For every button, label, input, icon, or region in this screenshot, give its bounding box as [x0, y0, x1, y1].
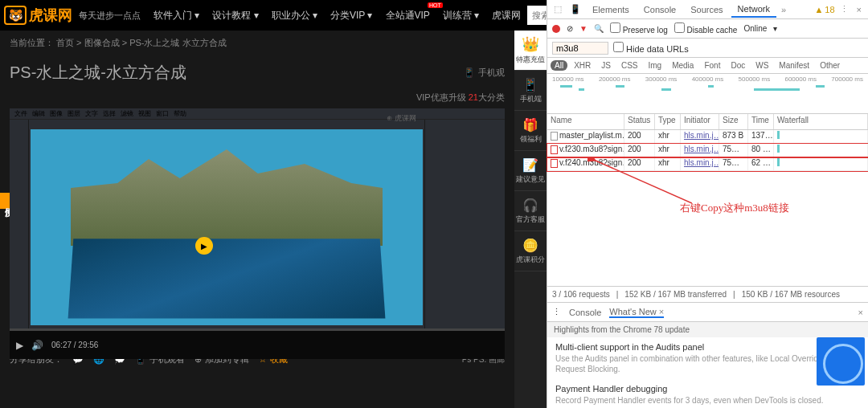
timeline-overview[interactable]: 100000 ms 200000 ms 300000 ms 400000 ms …: [547, 74, 868, 114]
more-tabs-icon[interactable]: »: [778, 5, 789, 14]
type-js[interactable]: JS: [597, 60, 615, 71]
logo-icon: 🐯: [4, 6, 27, 25]
record-icon[interactable]: [552, 25, 560, 33]
whatsnew-graphic: [817, 337, 865, 386]
throttle-select[interactable]: Online: [743, 24, 767, 33]
water-cube-graphic: [68, 239, 386, 318]
network-footer: 3 / 106 requests | 152 KB / 167 MB trans…: [547, 286, 868, 302]
island-graphic: [71, 149, 383, 246]
drawer-menu-icon[interactable]: ⋮: [552, 307, 561, 317]
devtools-drawer: ⋮ Console What's New × × Highlights from…: [547, 302, 868, 408]
site-logo[interactable]: 🐯 虎课网: [4, 6, 72, 25]
filter-icon[interactable]: ▼: [579, 24, 588, 33]
type-xhr[interactable]: XHR: [570, 60, 595, 71]
devtools-tabs: ⬚ 📱 Elements Console Sources Network » ▲…: [547, 0, 868, 19]
reward-btn[interactable]: 🎁领福利: [514, 111, 547, 151]
type-ws[interactable]: WS: [751, 60, 772, 71]
annotation-text: 右键Copy这种m3u8链接: [680, 201, 789, 215]
disable-cache-checkbox[interactable]: Disable cache: [674, 22, 738, 35]
ps-menubar: 文件编辑图像图层文字选择滤镜视图窗口帮助: [10, 108, 505, 120]
search-net-icon[interactable]: 🔍: [594, 24, 604, 33]
nav-allvip[interactable]: 全站通VIP: [379, 9, 436, 22]
tab-network[interactable]: Network: [731, 2, 776, 18]
watermark: ⊕ 虎课网: [387, 113, 416, 124]
tab-elements[interactable]: Elements: [586, 2, 636, 17]
main-content: 当前位置： 首页 > 图像合成 > PS-水上之城 水立方合成 PS-水上之城-…: [0, 31, 514, 408]
nav-office[interactable]: 职业办公 ▾: [265, 9, 324, 22]
settings-icon[interactable]: ⋮: [837, 4, 852, 14]
file-icon: [551, 159, 558, 168]
video-controls: ▶ 🔊 06:27 / 29:56: [10, 331, 505, 359]
inspect-icon[interactable]: ⬚: [551, 4, 565, 14]
ps-toolbar: [10, 120, 29, 328]
phone-watch-link[interactable]: 📱 手机观: [464, 67, 505, 79]
nav-design[interactable]: 设计教程 ▾: [206, 9, 264, 22]
clear-icon[interactable]: ⊘: [567, 24, 573, 33]
type-css[interactable]: CSS: [617, 60, 642, 71]
action-sidebar: 👑 特惠充值 📱手机端 🎁领福利 📝建议意见 🎧官方客服 🪙虎课积分: [514, 31, 547, 408]
type-doc[interactable]: Doc: [727, 60, 749, 71]
type-filters: All XHR JS CSS Img Media Font Doc WS Man…: [547, 58, 868, 74]
phone-watch-label: 手机观: [478, 67, 505, 79]
network-toolbar: ⊘ ▼ 🔍 Preserve log Disable cache Online …: [547, 19, 868, 39]
suggest-btn[interactable]: 📝建议意见: [514, 151, 547, 191]
file-icon: [551, 132, 558, 141]
tab-sources[interactable]: Sources: [684, 2, 729, 17]
warning-badge[interactable]: ▲ 18: [814, 5, 834, 14]
points-btn[interactable]: 🪙虎课积分: [514, 231, 547, 271]
file-icon: [551, 145, 558, 154]
play-icon[interactable]: ▶: [16, 340, 23, 351]
device-icon[interactable]: 📱: [567, 4, 584, 14]
preserve-log-checkbox[interactable]: Preserve log: [610, 22, 668, 35]
gift-icon: 🎁: [522, 117, 538, 133]
devtools-panel: ⬚ 📱 Elements Console Sources Network » ▲…: [547, 0, 868, 408]
edit-icon: 📝: [522, 157, 538, 173]
nav-vip[interactable]: 分类VIP ▾: [324, 9, 379, 22]
network-row[interactable]: v.f230.m3u8?sign… 200 xhr hls.min.j… 75……: [547, 144, 868, 157]
nav-huke[interactable]: 虎课网: [485, 9, 527, 22]
filter-input[interactable]: [552, 42, 608, 55]
type-img[interactable]: Img: [644, 60, 665, 71]
hide-urls-checkbox[interactable]: Hide data URLs: [613, 42, 689, 54]
filter-row: Hide data URLs: [547, 39, 868, 58]
page-title: PS-水上之城-水立方合成: [10, 62, 186, 84]
whatsnew-banner: Highlights from the Chrome 78 update: [547, 322, 868, 337]
video-player[interactable]: 文件编辑图像图层文字选择滤镜视图窗口帮助 ▶ ⊕ 虎课网 ▶ 🔊 06:27 /…: [10, 108, 505, 345]
logo-text: 虎课网: [29, 6, 72, 25]
special-offer-btn[interactable]: 👑 特惠充值: [514, 31, 547, 71]
type-font[interactable]: Font: [700, 60, 724, 71]
drawer-tab-console[interactable]: Console: [569, 308, 601, 317]
network-header: Name Status Type Initiator Size Time Wat…: [547, 114, 868, 130]
drawer-tab-whatsnew[interactable]: What's New ×: [609, 307, 664, 318]
network-row[interactable]: master_playlist.m… 200 xhr hls.min.j… 87…: [547, 130, 868, 144]
volume-icon[interactable]: 🔊: [31, 340, 43, 351]
phone-btn[interactable]: 📱手机端: [514, 71, 547, 111]
crown-icon: 👑: [522, 35, 539, 53]
tab-console[interactable]: Console: [637, 2, 682, 17]
service-btn[interactable]: 🎧官方客服: [514, 191, 547, 231]
close-tab-icon[interactable]: ×: [659, 307, 664, 316]
type-manifest[interactable]: Manifest: [775, 60, 813, 71]
breadcrumb-home[interactable]: 首页: [56, 38, 74, 47]
coin-icon: 🪙: [522, 238, 538, 253]
play-button[interactable]: ▶: [195, 237, 213, 255]
annotation-arrow: [588, 157, 692, 205]
vip-notice: VIP优惠升级 21大分类: [10, 90, 505, 105]
phone-icon: 📱: [522, 77, 538, 92]
breadcrumb-current[interactable]: PS-水上之城 水立方合成: [129, 38, 226, 47]
close-devtools-icon[interactable]: ×: [854, 5, 865, 14]
type-all[interactable]: All: [551, 60, 567, 71]
headset-icon: 🎧: [522, 198, 538, 213]
ps-panels: [424, 120, 505, 328]
close-drawer-icon[interactable]: ×: [858, 308, 863, 317]
breadcrumb-prefix: 当前位置：: [10, 38, 54, 47]
type-other[interactable]: Other: [816, 60, 844, 71]
breadcrumb-cat[interactable]: 图像合成: [84, 38, 120, 47]
nav-software[interactable]: 软件入门 ▾: [147, 9, 206, 22]
svg-line-0: [596, 161, 692, 203]
nav-camp[interactable]: 训练营 ▾: [436, 9, 485, 22]
phone-icon: 📱: [464, 67, 475, 78]
type-media[interactable]: Media: [668, 60, 698, 71]
time-display: 06:27 / 29:56: [51, 341, 98, 349]
breadcrumb: 当前位置： 首页 > 图像合成 > PS-水上之城 水立方合成: [10, 31, 505, 55]
